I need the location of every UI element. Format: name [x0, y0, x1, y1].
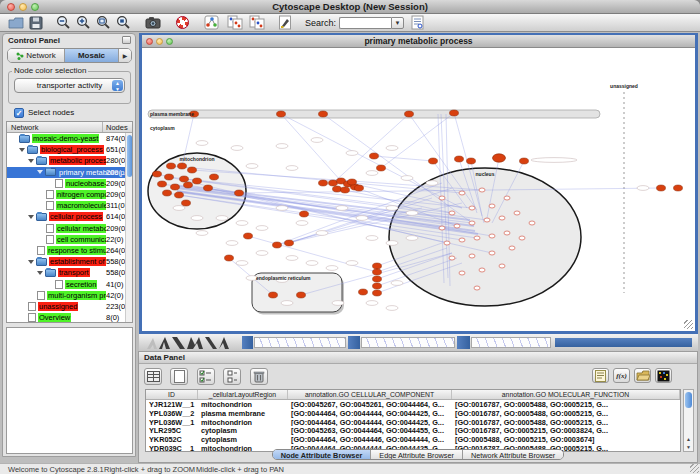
expander-icon[interactable] [28, 260, 34, 264]
network-node-small[interactable] [514, 211, 520, 215]
network-node[interactable] [359, 289, 368, 295]
network-node[interactable] [370, 153, 379, 159]
network-node[interactable] [165, 174, 174, 180]
table-scrollbar[interactable]: ▲ ▼ [683, 389, 694, 452]
network-node[interactable] [373, 290, 382, 296]
expander-icon[interactable] [19, 148, 25, 152]
zoom-fit-icon[interactable] [96, 15, 111, 31]
network-node-small[interactable] [439, 196, 445, 200]
table-row[interactable]: YLR295Ccytoplasm[GO:0045263, GO:0044464,… [146, 426, 680, 435]
table-column-header[interactable]: ID [146, 390, 198, 399]
network-node-small[interactable] [439, 226, 445, 230]
search-dropdown-button[interactable]: ▼ [391, 17, 404, 29]
network-node[interactable] [373, 263, 382, 269]
table-column-header[interactable]: annotation.GO CELLULAR_COMPONENT [288, 390, 452, 399]
table-row[interactable]: YKR052Ccytoplasm[GO:0044464, GO:0044446,… [146, 435, 680, 444]
tree-row[interactable]: nucleobase-contain209(0) [7, 178, 132, 189]
table-row[interactable]: YPL036W__2plasma membrane[GO:0044464, GO… [146, 409, 680, 418]
network-node[interactable] [182, 200, 191, 206]
network-canvas[interactable]: plasma membranecytoplasmmitochondrionnuc… [142, 48, 695, 331]
tab-edge-attribute-browser[interactable]: Edge Attribute Browser [371, 450, 463, 459]
network-node[interactable] [467, 158, 476, 164]
network-node[interactable] [167, 163, 176, 169]
expander-icon[interactable] [37, 271, 43, 275]
snapshot-camera-icon[interactable] [145, 15, 161, 31]
network-node[interactable] [285, 240, 294, 246]
tab-network[interactable]: Network [8, 49, 65, 62]
network-node-small[interactable] [459, 191, 465, 195]
network-node[interactable] [244, 233, 253, 239]
tab-mosaic[interactable]: Mosaic [65, 49, 119, 62]
table-column-header[interactable]: annotation.GO MOLECULAR_FUNCTION [452, 390, 680, 399]
network-node[interactable] [373, 276, 382, 282]
network-node-small[interactable] [459, 271, 465, 275]
tree-row[interactable]: cell communicati22(0) [7, 234, 132, 245]
tree-row[interactable]: cellular metabolis209(0) [7, 223, 132, 234]
filter-icon-a[interactable] [227, 15, 243, 31]
tree-row[interactable]: multi-organism pro42(0) [7, 290, 132, 301]
network-node[interactable] [319, 180, 328, 186]
search-input[interactable] [339, 17, 391, 29]
table-row[interactable]: YJR121W__1mitochondrion[GO:0045267, GO:0… [146, 400, 680, 409]
expander-icon[interactable] [28, 159, 34, 163]
network-node[interactable] [188, 167, 197, 173]
expander-icon[interactable] [28, 215, 34, 219]
zoom-selected-icon[interactable] [116, 15, 131, 31]
network-node-small[interactable] [479, 268, 485, 272]
network-node-small[interactable] [499, 216, 505, 220]
network-node-small[interactable] [469, 254, 475, 258]
network-node[interactable] [178, 163, 187, 169]
network-node[interactable] [163, 190, 172, 196]
network-node-small[interactable] [474, 236, 480, 240]
network-node-small[interactable] [489, 234, 495, 238]
network-node[interactable] [204, 185, 213, 191]
background-frame-edge[interactable] [242, 336, 253, 349]
network-node-small[interactable] [449, 211, 455, 215]
network-view-titlebar[interactable]: primary metabolic process [142, 35, 695, 48]
network-node[interactable] [184, 182, 193, 188]
network-node-small[interactable] [499, 264, 505, 268]
network-node[interactable] [300, 211, 309, 217]
tree-scrollbar-thumb[interactable] [127, 135, 132, 177]
select-attributes-icon[interactable] [197, 368, 215, 385]
tree-row[interactable]: macromolecule m311(0) [7, 200, 132, 211]
network-node[interactable] [175, 192, 184, 198]
tree-scrollbar[interactable] [125, 133, 132, 322]
zoom-in-icon[interactable] [76, 15, 91, 31]
network-node-small[interactable] [444, 241, 450, 245]
background-frame-edge[interactable] [457, 336, 470, 349]
network-node[interactable] [373, 283, 382, 289]
tree-row[interactable]: primary metabolic p209(... [7, 167, 132, 178]
formula-editor-icon[interactable] [592, 368, 609, 383]
heatmap-icon[interactable] [655, 368, 672, 383]
save-session-icon[interactable] [29, 15, 43, 31]
network-node[interactable] [269, 292, 278, 298]
annotation-icon[interactable] [278, 15, 292, 31]
tree-row[interactable]: establishment of lo558(0) [7, 256, 132, 267]
network-node[interactable] [171, 184, 180, 190]
network-node-small[interactable] [529, 221, 535, 225]
more-tabs-button[interactable]: ▶ [119, 49, 131, 62]
network-node[interactable] [355, 185, 364, 191]
network-node[interactable] [180, 176, 189, 182]
network-node[interactable] [657, 185, 666, 191]
function-builder-icon[interactable]: f(x) [613, 368, 630, 383]
tree-row[interactable]: cellular process614(0) [7, 211, 132, 222]
network-node[interactable] [455, 156, 464, 162]
network-node-small[interactable] [469, 206, 475, 210]
search-options-icon[interactable] [411, 15, 424, 31]
new-attribute-icon[interactable] [170, 368, 188, 385]
network-node[interactable] [297, 292, 306, 298]
network-node-small[interactable] [519, 236, 525, 240]
attribute-grid-icon[interactable] [144, 368, 162, 385]
select-nodes-checkbox[interactable]: ✓ [14, 108, 24, 118]
network-node[interactable] [329, 180, 338, 186]
network-node[interactable] [277, 111, 286, 117]
network-node-large[interactable] [493, 154, 506, 162]
expander-icon[interactable] [37, 170, 43, 174]
tree-row[interactable]: mosaic-demo-yeast874(0) [7, 133, 132, 144]
network-node[interactable] [377, 165, 386, 171]
network-node-small[interactable] [474, 286, 480, 290]
float-panel-icon[interactable] [122, 36, 131, 44]
import-attributes-icon[interactable] [634, 368, 651, 383]
